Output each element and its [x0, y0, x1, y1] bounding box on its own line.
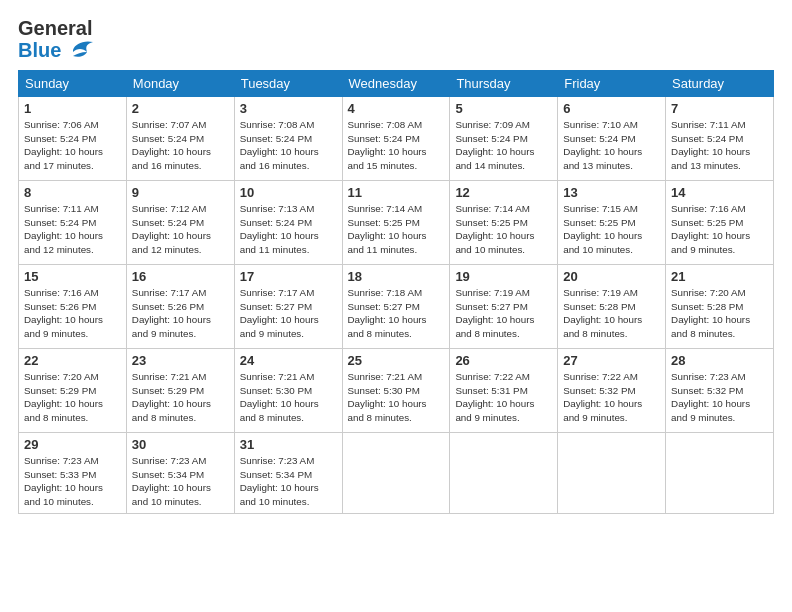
- day-number: 7: [671, 101, 768, 116]
- day-number: 4: [348, 101, 445, 116]
- day-info: Sunrise: 7:23 AM Sunset: 5:34 PM Dayligh…: [132, 454, 229, 509]
- calendar-week-3: 15 Sunrise: 7:16 AM Sunset: 5:26 PM Dayl…: [19, 265, 774, 349]
- day-cell-15: 15 Sunrise: 7:16 AM Sunset: 5:26 PM Dayl…: [19, 265, 127, 349]
- calendar-header-tuesday: Tuesday: [234, 71, 342, 97]
- day-info: Sunrise: 7:17 AM Sunset: 5:27 PM Dayligh…: [240, 286, 337, 341]
- empty-cell: [450, 433, 558, 514]
- day-info: Sunrise: 7:14 AM Sunset: 5:25 PM Dayligh…: [348, 202, 445, 257]
- logo-blue: Blue: [18, 39, 61, 62]
- day-info: Sunrise: 7:20 AM Sunset: 5:29 PM Dayligh…: [24, 370, 121, 425]
- day-info: Sunrise: 7:08 AM Sunset: 5:24 PM Dayligh…: [348, 118, 445, 173]
- day-number: 13: [563, 185, 660, 200]
- day-number: 17: [240, 269, 337, 284]
- calendar-week-5: 29 Sunrise: 7:23 AM Sunset: 5:33 PM Dayl…: [19, 433, 774, 514]
- logo-general: General: [18, 17, 92, 39]
- day-cell-8: 8 Sunrise: 7:11 AM Sunset: 5:24 PM Dayli…: [19, 181, 127, 265]
- calendar-header-friday: Friday: [558, 71, 666, 97]
- day-info: Sunrise: 7:07 AM Sunset: 5:24 PM Dayligh…: [132, 118, 229, 173]
- day-number: 2: [132, 101, 229, 116]
- day-info: Sunrise: 7:21 AM Sunset: 5:30 PM Dayligh…: [240, 370, 337, 425]
- day-info: Sunrise: 7:11 AM Sunset: 5:24 PM Dayligh…: [671, 118, 768, 173]
- day-info: Sunrise: 7:16 AM Sunset: 5:26 PM Dayligh…: [24, 286, 121, 341]
- day-cell-22: 22 Sunrise: 7:20 AM Sunset: 5:29 PM Dayl…: [19, 349, 127, 433]
- day-number: 8: [24, 185, 121, 200]
- calendar-header-row: SundayMondayTuesdayWednesdayThursdayFrid…: [19, 71, 774, 97]
- day-number: 28: [671, 353, 768, 368]
- calendar-week-4: 22 Sunrise: 7:20 AM Sunset: 5:29 PM Dayl…: [19, 349, 774, 433]
- day-info: Sunrise: 7:20 AM Sunset: 5:28 PM Dayligh…: [671, 286, 768, 341]
- day-cell-10: 10 Sunrise: 7:13 AM Sunset: 5:24 PM Dayl…: [234, 181, 342, 265]
- day-number: 22: [24, 353, 121, 368]
- calendar-week-2: 8 Sunrise: 7:11 AM Sunset: 5:24 PM Dayli…: [19, 181, 774, 265]
- day-info: Sunrise: 7:15 AM Sunset: 5:25 PM Dayligh…: [563, 202, 660, 257]
- day-info: Sunrise: 7:19 AM Sunset: 5:27 PM Dayligh…: [455, 286, 552, 341]
- day-info: Sunrise: 7:06 AM Sunset: 5:24 PM Dayligh…: [24, 118, 121, 173]
- empty-cell: [558, 433, 666, 514]
- day-info: Sunrise: 7:23 AM Sunset: 5:34 PM Dayligh…: [240, 454, 337, 509]
- day-number: 21: [671, 269, 768, 284]
- day-number: 31: [240, 437, 337, 452]
- day-cell-28: 28 Sunrise: 7:23 AM Sunset: 5:32 PM Dayl…: [666, 349, 774, 433]
- day-cell-7: 7 Sunrise: 7:11 AM Sunset: 5:24 PM Dayli…: [666, 97, 774, 181]
- day-number: 26: [455, 353, 552, 368]
- day-cell-5: 5 Sunrise: 7:09 AM Sunset: 5:24 PM Dayli…: [450, 97, 558, 181]
- day-info: Sunrise: 7:16 AM Sunset: 5:25 PM Dayligh…: [671, 202, 768, 257]
- day-cell-17: 17 Sunrise: 7:17 AM Sunset: 5:27 PM Dayl…: [234, 265, 342, 349]
- day-number: 23: [132, 353, 229, 368]
- day-info: Sunrise: 7:19 AM Sunset: 5:28 PM Dayligh…: [563, 286, 660, 341]
- day-cell-21: 21 Sunrise: 7:20 AM Sunset: 5:28 PM Dayl…: [666, 265, 774, 349]
- day-cell-3: 3 Sunrise: 7:08 AM Sunset: 5:24 PM Dayli…: [234, 97, 342, 181]
- day-cell-23: 23 Sunrise: 7:21 AM Sunset: 5:29 PM Dayl…: [126, 349, 234, 433]
- logo: General Blue: [18, 18, 95, 62]
- page-container: General Blue SundayMondayTuesdayWednesda…: [0, 0, 792, 524]
- day-number: 9: [132, 185, 229, 200]
- day-number: 29: [24, 437, 121, 452]
- empty-cell: [666, 433, 774, 514]
- day-cell-4: 4 Sunrise: 7:08 AM Sunset: 5:24 PM Dayli…: [342, 97, 450, 181]
- day-info: Sunrise: 7:12 AM Sunset: 5:24 PM Dayligh…: [132, 202, 229, 257]
- day-cell-16: 16 Sunrise: 7:17 AM Sunset: 5:26 PM Dayl…: [126, 265, 234, 349]
- day-cell-14: 14 Sunrise: 7:16 AM Sunset: 5:25 PM Dayl…: [666, 181, 774, 265]
- day-number: 14: [671, 185, 768, 200]
- calendar-week-1: 1 Sunrise: 7:06 AM Sunset: 5:24 PM Dayli…: [19, 97, 774, 181]
- day-cell-1: 1 Sunrise: 7:06 AM Sunset: 5:24 PM Dayli…: [19, 97, 127, 181]
- day-info: Sunrise: 7:23 AM Sunset: 5:33 PM Dayligh…: [24, 454, 121, 509]
- day-number: 24: [240, 353, 337, 368]
- day-cell-13: 13 Sunrise: 7:15 AM Sunset: 5:25 PM Dayl…: [558, 181, 666, 265]
- day-number: 1: [24, 101, 121, 116]
- day-number: 30: [132, 437, 229, 452]
- day-info: Sunrise: 7:23 AM Sunset: 5:32 PM Dayligh…: [671, 370, 768, 425]
- day-cell-29: 29 Sunrise: 7:23 AM Sunset: 5:33 PM Dayl…: [19, 433, 127, 514]
- logo-bird-icon: [65, 38, 95, 62]
- day-number: 6: [563, 101, 660, 116]
- day-cell-27: 27 Sunrise: 7:22 AM Sunset: 5:32 PM Dayl…: [558, 349, 666, 433]
- day-number: 10: [240, 185, 337, 200]
- day-number: 15: [24, 269, 121, 284]
- day-info: Sunrise: 7:18 AM Sunset: 5:27 PM Dayligh…: [348, 286, 445, 341]
- day-info: Sunrise: 7:17 AM Sunset: 5:26 PM Dayligh…: [132, 286, 229, 341]
- day-number: 3: [240, 101, 337, 116]
- day-cell-20: 20 Sunrise: 7:19 AM Sunset: 5:28 PM Dayl…: [558, 265, 666, 349]
- day-info: Sunrise: 7:21 AM Sunset: 5:30 PM Dayligh…: [348, 370, 445, 425]
- day-cell-30: 30 Sunrise: 7:23 AM Sunset: 5:34 PM Dayl…: [126, 433, 234, 514]
- header: General Blue: [18, 18, 774, 62]
- day-number: 12: [455, 185, 552, 200]
- calendar-header-thursday: Thursday: [450, 71, 558, 97]
- day-cell-2: 2 Sunrise: 7:07 AM Sunset: 5:24 PM Dayli…: [126, 97, 234, 181]
- day-info: Sunrise: 7:08 AM Sunset: 5:24 PM Dayligh…: [240, 118, 337, 173]
- day-info: Sunrise: 7:22 AM Sunset: 5:31 PM Dayligh…: [455, 370, 552, 425]
- calendar-header-monday: Monday: [126, 71, 234, 97]
- day-number: 25: [348, 353, 445, 368]
- day-cell-11: 11 Sunrise: 7:14 AM Sunset: 5:25 PM Dayl…: [342, 181, 450, 265]
- calendar-header-sunday: Sunday: [19, 71, 127, 97]
- day-number: 18: [348, 269, 445, 284]
- day-cell-31: 31 Sunrise: 7:23 AM Sunset: 5:34 PM Dayl…: [234, 433, 342, 514]
- day-info: Sunrise: 7:14 AM Sunset: 5:25 PM Dayligh…: [455, 202, 552, 257]
- calendar-table: SundayMondayTuesdayWednesdayThursdayFrid…: [18, 70, 774, 514]
- day-cell-26: 26 Sunrise: 7:22 AM Sunset: 5:31 PM Dayl…: [450, 349, 558, 433]
- day-info: Sunrise: 7:13 AM Sunset: 5:24 PM Dayligh…: [240, 202, 337, 257]
- day-info: Sunrise: 7:21 AM Sunset: 5:29 PM Dayligh…: [132, 370, 229, 425]
- day-cell-18: 18 Sunrise: 7:18 AM Sunset: 5:27 PM Dayl…: [342, 265, 450, 349]
- day-number: 19: [455, 269, 552, 284]
- day-cell-24: 24 Sunrise: 7:21 AM Sunset: 5:30 PM Dayl…: [234, 349, 342, 433]
